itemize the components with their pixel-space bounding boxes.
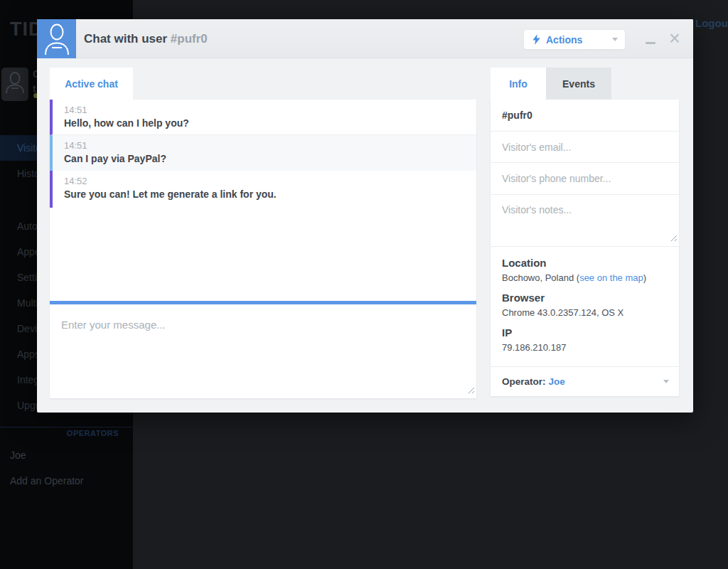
operator-value: Joe	[549, 376, 565, 387]
visitor-info-panel: #pufr0 Location Bochowo, Poland (see on …	[491, 100, 679, 396]
chat-message: 14:51 Hello, how can I help you?	[50, 100, 476, 135]
logout-link[interactable]: Logout	[695, 17, 728, 29]
location-value: Bochowo, Poland (see on the map)	[502, 272, 668, 283]
chevron-down-icon	[612, 38, 618, 41]
chevron-down-icon	[663, 380, 669, 383]
actions-button[interactable]: Actions	[523, 29, 626, 50]
visitor-email-field[interactable]	[491, 132, 679, 163]
location-label: Location	[502, 257, 668, 269]
close-icon[interactable]: ×	[665, 28, 684, 49]
tab-events[interactable]: Events	[546, 68, 611, 100]
person-icon	[5, 71, 25, 98]
message-text: Can I pay via PayPal?	[64, 153, 466, 164]
tab-info[interactable]: Info	[491, 68, 546, 100]
visitor-notes-field[interactable]	[491, 195, 679, 246]
add-operator-button[interactable]: Add an Operator	[10, 475, 84, 486]
visitor-id: #pufr0	[491, 100, 679, 132]
message-list: 14:51 Hello, how can I help you? 14:51 C…	[50, 100, 476, 301]
modal-title: Chat with user #pufr0	[84, 19, 208, 58]
message-time: 14:51	[64, 140, 466, 151]
visitor-phone-field[interactable]	[491, 163, 679, 195]
chat-panel: 14:51 Hello, how can I help you? 14:51 C…	[50, 100, 476, 398]
message-composer	[50, 304, 476, 398]
message-input[interactable]	[50, 304, 476, 398]
operator-item-joe[interactable]: Joe	[10, 450, 26, 461]
visitor-list-item[interactable]	[1, 68, 28, 101]
operator-label: Operator:	[502, 376, 546, 387]
app-root: Logout TIDIO C t Visitors History Automa…	[0, 0, 728, 569]
modal-header: Chat with user #pufr0 Actions ×	[37, 19, 693, 58]
message-text: Sure you can! Let me generate a link for…	[64, 188, 466, 200]
person-icon	[43, 23, 71, 58]
resize-handle-icon[interactable]	[670, 232, 678, 245]
resize-handle-icon[interactable]	[468, 384, 475, 397]
message-time: 14:51	[64, 105, 466, 115]
browser-label: Browser	[502, 292, 668, 304]
operators-section-label: OPERATORS	[67, 429, 119, 437]
message-time: 14:52	[64, 176, 466, 186]
ip-label: IP	[502, 326, 668, 339]
lightning-bolt-icon	[532, 34, 540, 45]
tab-active-chat[interactable]: Active chat	[50, 68, 133, 100]
see-on-map-link[interactable]: see on the map	[579, 272, 643, 283]
message-text: Hello, how can I help you?	[64, 117, 466, 129]
user-avatar	[37, 19, 76, 58]
browser-value: Chrome 43.0.2357.124, OS X	[502, 307, 668, 318]
chat-modal: Chat with user #pufr0 Actions × Active c…	[37, 19, 693, 413]
visitor-notes-wrap	[491, 195, 679, 247]
chat-message: 14:52 Sure you can! Let me generate a li…	[50, 171, 476, 208]
ip-value: 79.186.210.187	[502, 342, 668, 353]
minimize-button[interactable]	[646, 42, 655, 44]
operator-select[interactable]: Operator: Joe	[491, 366, 679, 395]
modal-title-user-id: #pufr0	[171, 32, 208, 46]
chat-message: 14:51 Can I pay via PayPal?	[50, 135, 476, 171]
sidebar-divider	[0, 427, 133, 427]
visitor-details: Location Bochowo, Poland (see on the map…	[491, 247, 679, 366]
